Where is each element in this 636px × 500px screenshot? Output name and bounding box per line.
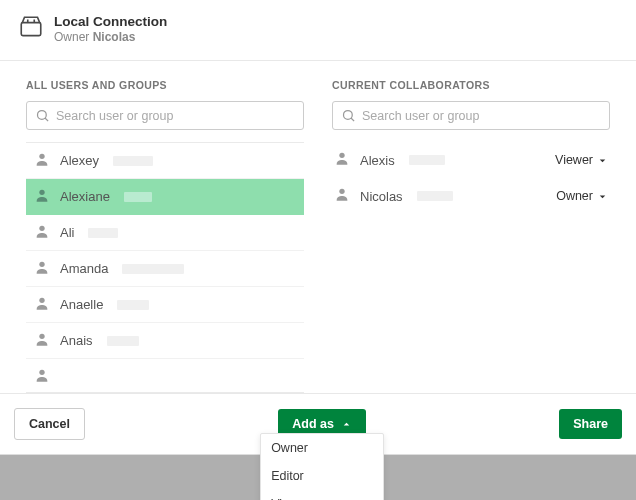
search-icon xyxy=(35,108,50,123)
svg-rect-0 xyxy=(21,23,41,36)
all-users-search[interactable] xyxy=(26,101,304,130)
add-as-dropdown: OwnerEditorViewer xyxy=(260,433,384,500)
surname-placeholder xyxy=(88,228,118,238)
collaborators-search[interactable] xyxy=(332,101,610,130)
svg-point-8 xyxy=(39,370,44,375)
user-row[interactable]: Anais xyxy=(26,323,304,359)
search-icon xyxy=(341,108,356,123)
person-icon xyxy=(34,295,50,315)
person-icon xyxy=(334,186,350,206)
person-icon xyxy=(34,187,50,207)
user-row[interactable]: Anaelle xyxy=(26,287,304,323)
user-name: Anaelle xyxy=(60,297,103,312)
svg-point-2 xyxy=(39,153,44,158)
chevron-up-icon xyxy=(341,419,352,430)
user-row[interactable]: Ali xyxy=(26,215,304,251)
svg-point-5 xyxy=(39,261,44,266)
collaborator-name: Alexis xyxy=(360,153,395,168)
surname-placeholder xyxy=(113,156,153,166)
add-as-option[interactable]: Viewer xyxy=(261,490,383,500)
surname-placeholder xyxy=(122,264,184,274)
user-name: Anais xyxy=(60,333,93,348)
svg-point-6 xyxy=(39,297,44,302)
user-row[interactable]: Alexiane xyxy=(26,179,304,215)
person-icon xyxy=(34,223,50,243)
role-dropdown[interactable]: Owner xyxy=(556,189,608,203)
surname-placeholder xyxy=(417,191,453,201)
user-name: Alexey xyxy=(60,153,99,168)
person-icon xyxy=(334,150,350,170)
dialog-footer: Cancel Add as OwnerEditorViewer Share xyxy=(0,393,636,454)
connection-icon xyxy=(18,14,44,44)
svg-point-7 xyxy=(39,333,44,338)
person-icon xyxy=(34,367,50,387)
collaborator-name: Nicolas xyxy=(360,189,403,204)
collaborators-search-input[interactable] xyxy=(362,109,601,123)
surname-placeholder xyxy=(117,300,149,310)
person-icon xyxy=(34,331,50,351)
all-users-panel: ALL USERS AND GROUPS AlexeyAlexianeAliAm… xyxy=(26,79,304,393)
user-name: Ali xyxy=(60,225,74,240)
svg-point-1 xyxy=(38,111,47,120)
surname-placeholder xyxy=(107,336,139,346)
add-as-option[interactable]: Editor xyxy=(261,462,383,490)
all-users-heading: ALL USERS AND GROUPS xyxy=(26,79,304,91)
add-as-option[interactable]: Owner xyxy=(261,434,383,462)
role-dropdown[interactable]: Viewer xyxy=(555,153,608,167)
share-dialog: Local Connection Owner Nicolas ALL USERS… xyxy=(0,0,636,455)
dialog-header: Local Connection Owner Nicolas xyxy=(0,0,636,61)
user-name: Amanda xyxy=(60,261,108,276)
surname-placeholder xyxy=(124,192,152,202)
user-row[interactable] xyxy=(26,359,304,393)
user-row[interactable]: Alexey xyxy=(26,143,304,179)
collaborators-panel: CURRENT COLLABORATORS AlexisViewerNicola… xyxy=(332,79,610,393)
dialog-owner-line: Owner Nicolas xyxy=(54,30,167,44)
role-label: Owner xyxy=(556,189,593,203)
dialog-title: Local Connection xyxy=(54,14,167,29)
collaborators-list: AlexisViewerNicolasOwner xyxy=(332,142,610,214)
collaborator-row: NicolasOwner xyxy=(332,178,610,214)
surname-placeholder xyxy=(409,155,445,165)
svg-point-9 xyxy=(344,111,353,120)
user-name: Alexiane xyxy=(60,189,110,204)
role-label: Viewer xyxy=(555,153,593,167)
cancel-button[interactable]: Cancel xyxy=(14,408,85,440)
user-row[interactable]: Amanda xyxy=(26,251,304,287)
all-users-list[interactable]: AlexeyAlexianeAliAmandaAnaelleAnais xyxy=(26,142,304,393)
collaborators-heading: CURRENT COLLABORATORS xyxy=(332,79,610,91)
svg-point-4 xyxy=(39,225,44,230)
svg-point-10 xyxy=(339,153,344,158)
person-icon xyxy=(34,259,50,279)
svg-point-3 xyxy=(39,189,44,194)
all-users-search-input[interactable] xyxy=(56,109,295,123)
share-button[interactable]: Share xyxy=(559,409,622,439)
collaborator-row: AlexisViewer xyxy=(332,142,610,178)
person-icon xyxy=(34,151,50,171)
svg-point-11 xyxy=(339,189,344,194)
